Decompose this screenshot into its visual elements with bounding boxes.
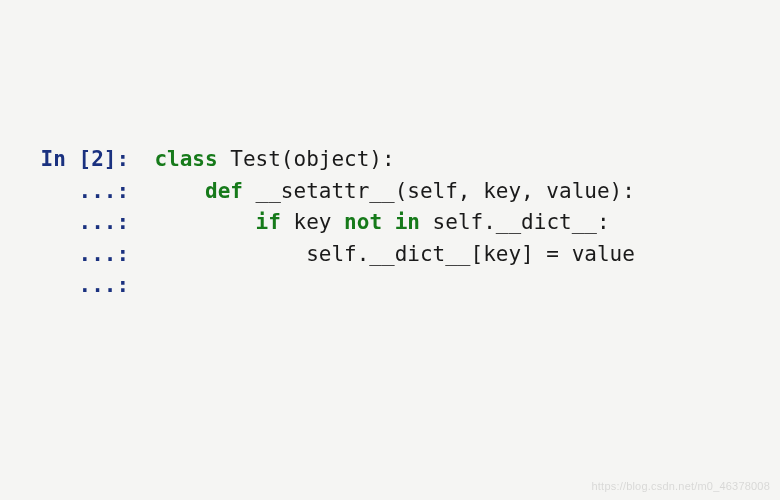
indent [154, 179, 205, 203]
code-line: if key not in self.__dict__: [154, 207, 609, 239]
indent [154, 210, 255, 234]
code-text: __setattr__(self, key, value): [243, 179, 635, 203]
cont-colon: : [116, 179, 141, 203]
cell-2-line-3: ...: if key not in self.__dict__: [28, 207, 780, 239]
code-line: class Test(object): [154, 144, 394, 176]
code-line: def __setattr__(self, key, value): [154, 176, 634, 208]
cont-colon: : [116, 210, 141, 234]
cell-2-line-2: ...: def __setattr__(self, key, value): [28, 176, 780, 208]
cont-dots: ... [79, 210, 117, 234]
watermark: https://blog.csdn.net/m0_46378008 [592, 478, 770, 495]
in-number: [2] [79, 147, 117, 171]
cell-2-line-1: In [2]: class Test(object): [28, 144, 780, 176]
input-prompt-2: In [2]: [28, 144, 154, 176]
code-text: key [281, 210, 344, 234]
keyword-class: class [154, 147, 217, 171]
cell-2: In [2]: class Test(object): ...: def __s… [28, 144, 780, 302]
ipython-session: In [2]: class Test(object): ...: def __s… [0, 0, 780, 500]
continuation-prompt: ...: [28, 239, 154, 271]
cell-gap [28, 396, 780, 421]
in-colon: : [116, 147, 141, 171]
cell-2-line-5: ...: [28, 270, 780, 302]
continuation-prompt: ...: [28, 270, 154, 302]
cont-dots: ... [79, 179, 117, 203]
code-line: self.__dict__[key] = value [154, 239, 634, 271]
code-text: self.__dict__[key] = value [306, 242, 635, 266]
cont-colon: : [116, 273, 141, 297]
cont-colon: : [116, 242, 141, 266]
in-label: In [41, 147, 79, 171]
cont-dots: ... [79, 242, 117, 266]
indent [154, 242, 306, 266]
keyword-if: if [256, 210, 281, 234]
keyword-not-in: not in [344, 210, 420, 234]
cont-dots: ... [79, 273, 117, 297]
keyword-def: def [205, 179, 243, 203]
code-text: Test(object): [218, 147, 395, 171]
cell-2-line-4: ...: self.__dict__[key] = value [28, 239, 780, 271]
code-text: self.__dict__: [420, 210, 610, 234]
continuation-prompt: ...: [28, 207, 154, 239]
continuation-prompt: ...: [28, 176, 154, 208]
